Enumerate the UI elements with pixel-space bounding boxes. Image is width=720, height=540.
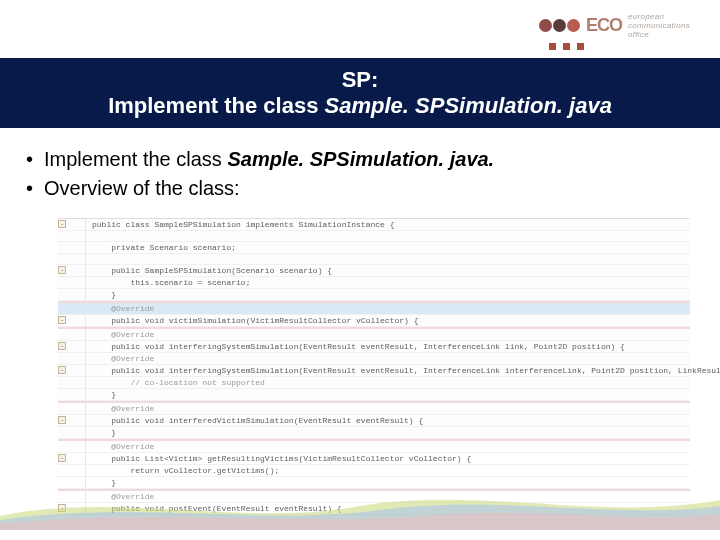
gutter: -: [58, 341, 86, 352]
code-line: [58, 254, 690, 265]
logo-tag-2: communications: [628, 21, 690, 30]
code-text: }: [86, 289, 116, 300]
logo-tagline: european communications office: [628, 12, 690, 39]
code-line: @Override: [58, 329, 690, 341]
code-line: @Override: [58, 353, 690, 365]
gutter: [58, 465, 86, 476]
code-line-highlight: @Override: [58, 303, 690, 315]
gutter: -: [58, 265, 86, 276]
gutter: [58, 403, 86, 414]
logo-circle-3: [567, 19, 580, 32]
code-text: [86, 254, 92, 264]
code-line: - public void interferingSystemSimulatio…: [58, 341, 690, 353]
code-line: - public SampleSPSimulation(Scenario sce…: [58, 265, 690, 277]
logo-circles: [539, 19, 580, 32]
code-screenshot: - public class SampleSPSimulation implem…: [58, 218, 690, 448]
code-text: @Override: [86, 441, 154, 452]
title-line-2b: Sample. SPSimulation. java: [325, 93, 612, 118]
fold-icon: -: [58, 366, 66, 374]
logo-brand: ECO: [586, 15, 622, 36]
code-line: @Override: [58, 441, 690, 453]
bullet-1a: Implement the class: [44, 148, 227, 170]
bullet-1: • Implement the class Sample. SPSimulati…: [26, 148, 694, 171]
code-text: private Scenario scenario;: [86, 242, 236, 253]
code-line: - public class SampleSPSimulation implem…: [58, 219, 690, 231]
gutter: -: [58, 365, 86, 376]
logo-circle-2: [553, 19, 566, 32]
logo-dot: [577, 43, 584, 50]
body-list: • Implement the class Sample. SPSimulati…: [26, 148, 694, 206]
logo: ECO european communications office: [539, 12, 690, 50]
logo-dots: [549, 43, 584, 50]
slide: ECO european communications office SP: I…: [0, 0, 720, 540]
code-text: @Override: [86, 403, 154, 414]
fold-icon: -: [58, 316, 66, 324]
wave-svg: [0, 486, 720, 530]
code-line: this.scenario = scenario;: [58, 277, 690, 289]
code-line: }: [58, 427, 690, 439]
code-text: @Override: [86, 303, 154, 314]
logo-dot: [563, 43, 570, 50]
gutter: [58, 303, 86, 314]
bullet-2-text: Overview of the class:: [44, 177, 240, 200]
bullet-dot: •: [26, 177, 44, 200]
logo-dot: [549, 43, 556, 50]
code-line: @Override: [58, 403, 690, 415]
code-line: private Scenario scenario;: [58, 242, 690, 254]
title-line-2a: Implement the class: [108, 93, 324, 118]
gutter: [58, 289, 86, 300]
code-text: }: [86, 389, 116, 400]
code-text: return vCollector.getVictims();: [86, 465, 279, 476]
code-line: - public void victimSimulation(VictimRes…: [58, 315, 690, 327]
bullet-1-text: Implement the class Sample. SPSimulation…: [44, 148, 494, 171]
code-line: }: [58, 389, 690, 401]
gutter: [58, 353, 86, 364]
footer-wave: [0, 486, 720, 530]
bullet-2: • Overview of the class:: [26, 177, 694, 200]
gutter: -: [58, 415, 86, 426]
code-line: [58, 231, 690, 242]
logo-row: ECO european communications office: [539, 12, 690, 39]
gutter: [58, 377, 86, 388]
logo-circle-1: [539, 19, 552, 32]
fold-icon: -: [58, 342, 66, 350]
code-line: }: [58, 289, 690, 301]
gutter: -: [58, 219, 86, 230]
code-text: @Override: [86, 329, 154, 340]
code-text: public class SampleSPSimulation implemen…: [86, 219, 394, 230]
code-text: public SampleSPSimulation(Scenario scena…: [86, 265, 332, 276]
code-text: public List<Victim> getResultingVictims(…: [86, 453, 471, 464]
gutter: [58, 231, 86, 241]
gutter: [58, 329, 86, 340]
code-line: - public void interferedVictimSimulation…: [58, 415, 690, 427]
gutter: -: [58, 453, 86, 464]
code-text: public void interferingSystemSimulation(…: [86, 365, 720, 376]
bullet-1b: Sample. SPSimulation. java.: [227, 148, 494, 170]
title-band: SP: Implement the class Sample. SPSimula…: [0, 58, 720, 128]
code-text: this.scenario = scenario;: [86, 277, 250, 288]
code-text: public void interferedVictimSimulation(E…: [86, 415, 423, 426]
title-line-1: SP:: [342, 67, 379, 93]
gutter: [58, 389, 86, 400]
fold-icon: -: [58, 454, 66, 462]
code-line: - public List<Victim> getResultingVictim…: [58, 453, 690, 465]
gutter: [58, 277, 86, 288]
title-line-2: Implement the class Sample. SPSimulation…: [108, 93, 612, 119]
code-text: public void victimSimulation(VictimResul…: [86, 315, 418, 326]
fold-icon: -: [58, 220, 66, 228]
code-text: }: [86, 427, 116, 438]
gutter: [58, 242, 86, 253]
code-line: - public void interferingSystemSimulatio…: [58, 365, 690, 377]
gutter: [58, 441, 86, 452]
code-text: @Override: [86, 353, 154, 364]
fold-icon: -: [58, 266, 66, 274]
logo-tag-1: european: [628, 12, 690, 21]
logo-tag-3: office: [628, 30, 690, 39]
bullet-dot: •: [26, 148, 44, 171]
fold-icon: -: [58, 416, 66, 424]
gutter: [58, 427, 86, 438]
gutter: [58, 254, 86, 264]
gutter: -: [58, 315, 86, 326]
code-text: public void interferingSystemSimulation(…: [86, 341, 625, 352]
code-line: return vCollector.getVictims();: [58, 465, 690, 477]
